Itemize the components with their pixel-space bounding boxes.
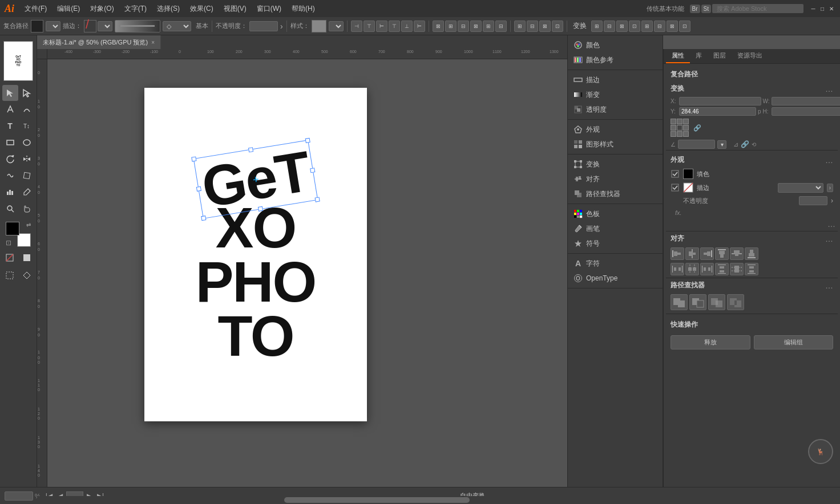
pen-tool[interactable] — [2, 101, 18, 117]
dist-h-center[interactable]: ⊞ — [445, 21, 457, 32]
align-h-center-btn[interactable] — [685, 247, 699, 260]
transform-panel-btn[interactable]: 变换 — [571, 21, 589, 31]
fill-checkbox[interactable] — [671, 169, 680, 178]
fill-btn[interactable] — [19, 250, 35, 266]
menu-view[interactable]: 视图(V) — [219, 2, 251, 16]
transform-btn-1[interactable]: ⊞ — [514, 21, 526, 32]
align-h-left[interactable]: ⊣ — [351, 21, 362, 32]
menu-edit[interactable]: 编辑(E) — [52, 2, 84, 16]
close-button[interactable]: ✕ — [827, 5, 835, 13]
stock-icon[interactable]: St — [701, 5, 711, 13]
align-v-top[interactable]: ⊤ — [389, 21, 400, 32]
tab-layers[interactable]: 图层 — [708, 49, 732, 63]
link-icon[interactable]: 🔗 — [741, 140, 749, 148]
t-btn-8[interactable]: ⊡ — [679, 21, 690, 32]
w-value[interactable]: 491.555 — [772, 97, 840, 105]
t-btn-4[interactable]: ⊡ — [629, 21, 640, 32]
style-select[interactable] — [329, 21, 344, 31]
align-v-bottom[interactable]: ⊢ — [414, 21, 425, 32]
opacity-chevron[interactable]: › — [280, 22, 283, 31]
t-btn-3[interactable]: ⊠ — [616, 21, 628, 32]
align-h-center[interactable]: ⊤ — [364, 21, 375, 32]
t-btn-1[interactable]: ⊞ — [591, 21, 603, 32]
column-graph-tool[interactable] — [2, 184, 18, 200]
angle-value[interactable]: 9.29° — [678, 140, 715, 149]
pf-intersect-btn[interactable] — [708, 294, 725, 310]
free-transform-tool[interactable] — [19, 168, 35, 184]
appearance-section-header[interactable]: 外观 … — [666, 153, 838, 167]
gradient-panel-row[interactable]: 渐变 — [568, 87, 663, 102]
transform-section-header[interactable]: 变换 … — [666, 82, 838, 96]
opacity-input[interactable]: 100% — [249, 21, 278, 31]
opacity-appearance-input[interactable]: 100% — [799, 196, 827, 205]
menu-effect[interactable]: 效果(C) — [185, 2, 218, 16]
stroke-none-swatch[interactable] — [683, 182, 693, 193]
stroke-weight-select[interactable]: ◇ — [163, 21, 191, 31]
ellipse-tool[interactable] — [19, 135, 35, 151]
fill-select[interactable] — [46, 21, 60, 31]
curvature-tool[interactable] — [19, 101, 35, 117]
direct-selection-tool[interactable] — [19, 85, 35, 101]
x-value[interactable]: 439.264 — [679, 97, 761, 105]
none-fill-btn[interactable] — [2, 250, 18, 266]
align-panel-row[interactable]: 对齐 — [568, 172, 663, 186]
dist-v-bottom[interactable]: ⊟ — [495, 21, 507, 32]
search-input[interactable] — [712, 4, 803, 13]
menu-help[interactable]: 帮助(H) — [287, 2, 320, 16]
dist-v-top[interactable]: ⊠ — [470, 21, 482, 32]
pathfinder-panel-row[interactable]: 路径查找器 — [568, 186, 663, 201]
transform-btn-4[interactable]: ⊡ — [552, 21, 563, 32]
stroke-select[interactable] — [98, 21, 112, 31]
align-top-edge[interactable] — [715, 247, 729, 260]
reflect-tool[interactable] — [19, 151, 35, 167]
tab-assets[interactable]: 资源导出 — [732, 49, 768, 63]
align-v-center[interactable]: ⊥ — [401, 21, 413, 32]
type-tool[interactable]: T — [2, 118, 18, 134]
document-tab[interactable]: 未标题-1.ai* @ 50% (RGB/GPU 预览) × — [37, 35, 161, 49]
minimize-button[interactable]: ─ — [809, 5, 817, 13]
selection-tool[interactable] — [2, 85, 18, 101]
pathfinder-section-header[interactable]: 路径查找器 … — [666, 278, 838, 292]
stroke-checkbox[interactable] — [671, 183, 680, 192]
zoom-tool[interactable] — [2, 201, 18, 217]
maximize-button[interactable]: □ — [818, 5, 826, 13]
bridge-icon[interactable]: Br — [690, 5, 700, 13]
artboard-tool[interactable] — [2, 267, 18, 283]
foreground-color-swatch[interactable] — [6, 222, 19, 235]
align-section-header[interactable]: 对齐 … — [666, 231, 838, 246]
h-value[interactable]: 254.319 — [772, 107, 840, 116]
opacity-expand-btn[interactable]: › — [831, 197, 833, 205]
t-btn-7[interactable]: ⊠ — [667, 21, 678, 32]
appearance-more-icon[interactable]: … — [825, 156, 833, 165]
stroke-more-btn[interactable]: › — [827, 184, 833, 192]
dist-vcenter-btn[interactable] — [730, 263, 744, 275]
transform-btn-3[interactable]: ⊠ — [539, 21, 551, 32]
reset-colors-icon[interactable]: ⊡ — [6, 239, 11, 247]
transform-btn-2[interactable]: ⊟ — [527, 21, 538, 32]
color-ref-panel-row[interactable]: 颜色参考 — [568, 52, 663, 67]
eyedropper-tool[interactable] — [19, 184, 35, 200]
reference-point-grid[interactable] — [671, 119, 689, 137]
pf-exclude-btn[interactable] — [727, 294, 744, 310]
brushes-panel-row[interactable]: 画笔 — [568, 221, 663, 236]
zoom-input[interactable]: 50% — [5, 491, 33, 501]
horizontal-scrollbar[interactable] — [37, 496, 655, 504]
symbols-panel-row[interactable]: 符号 — [568, 236, 663, 251]
dist-top-btn[interactable] — [715, 263, 729, 275]
dist-right-btn[interactable] — [700, 263, 714, 275]
align-right-edge[interactable] — [700, 247, 714, 260]
slice-tool[interactable] — [19, 267, 35, 283]
fill-swatch[interactable] — [31, 20, 43, 32]
align-left-edge[interactable] — [671, 247, 684, 260]
fill-color-swatch[interactable] — [683, 169, 693, 179]
swatches-panel-row[interactable]: 色板 — [568, 206, 663, 221]
align-v-center-btn[interactable] — [730, 247, 744, 260]
t-btn-2[interactable]: ⊟ — [604, 21, 615, 32]
t-btn-6[interactable]: ⊟ — [654, 21, 665, 32]
tab-library[interactable]: 库 — [690, 49, 708, 63]
stroke-type-select[interactable] — [778, 183, 823, 193]
hand-tool[interactable] — [19, 201, 35, 217]
swap-colors-icon[interactable]: ⇄ — [26, 222, 31, 228]
pf-minus-front-btn[interactable] — [689, 294, 706, 310]
menu-select[interactable]: 选择(S) — [152, 2, 184, 16]
